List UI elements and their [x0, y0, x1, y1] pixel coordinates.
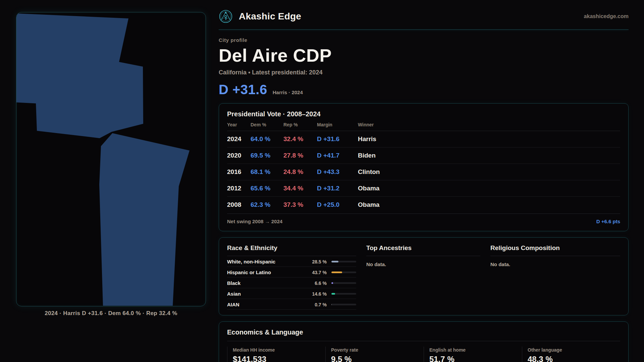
vote-cell-margin: D +31.6	[317, 135, 358, 143]
vote-cell-year: 2016	[227, 168, 251, 176]
vote-table-header: YearDem %Rep %MarginWinner	[227, 118, 620, 131]
vote-cell-winner: Clinton	[358, 168, 620, 176]
race-ethnicity-section: Race & Ethnicity White, non-Hispanic28.5…	[227, 244, 356, 310]
race-bar	[331, 272, 356, 273]
vote-cell-winner: Obama	[358, 185, 620, 192]
akashic-edge-logo-icon[interactable]	[219, 9, 233, 23]
economics-language-card: Economics & Language Median HH income$14…	[219, 321, 629, 362]
stat-value: $141,533	[233, 355, 325, 362]
stat-cell: Other language48.3 %	[522, 347, 620, 362]
vote-cell-dem: 69.5 %	[251, 152, 283, 159]
vote-col-header: Dem %	[251, 122, 283, 127]
economics-divider	[227, 341, 620, 341]
stat-label: Median HH income	[233, 347, 325, 353]
vote-col-header: Rep %	[283, 122, 317, 127]
vote-cell-rep: 32.4 %	[283, 135, 317, 143]
top-ancestries-section: Top Ancestries No data.	[366, 244, 480, 310]
page-title: Del Aire CDP	[219, 45, 629, 66]
page-subtitle: California • Latest presidential: 2024	[219, 69, 629, 76]
top-ancestries-empty: No data.	[366, 261, 480, 267]
vote-cell-margin: D +41.7	[317, 152, 358, 159]
stat-value: 51.7 %	[429, 355, 522, 362]
race-value: 0.7 %	[304, 302, 327, 307]
race-row: White, non-Hispanic28.5 %	[227, 256, 356, 267]
stat-label: English at home	[429, 347, 522, 353]
headline-margin-value: D +31.6	[219, 82, 267, 97]
vote-cell-rep: 34.4 %	[283, 185, 317, 192]
race-row: AIAN0.7 %	[227, 299, 356, 310]
vote-cell-margin: D +31.2	[317, 185, 358, 192]
economics-stats: Median HH income$141,533Poverty rate9.5 …	[227, 347, 620, 362]
vote-card-title: Presidential Vote · 2008–2024	[227, 110, 620, 118]
headline-margin-note: Harris · 2024	[273, 89, 303, 95]
vote-cell-winner: Harris	[358, 135, 620, 143]
stat-value: 48.3 %	[528, 355, 620, 362]
race-value: 14.6 %	[304, 291, 327, 297]
vote-col-header: Year	[227, 122, 251, 127]
religious-composition-title: Religious Composition	[490, 244, 620, 256]
brand-domain-link[interactable]: akashicedge.com	[584, 13, 629, 19]
vote-cell-margin: D +43.3	[317, 168, 358, 176]
page-eyebrow: City profile	[219, 37, 629, 43]
vote-table-row: 201668.1 %24.8 %D +43.3Clinton	[227, 164, 620, 180]
vote-cell-dem: 68.1 %	[251, 168, 283, 176]
stat-cell: English at home51.7 %	[424, 347, 522, 362]
city-boundary-map	[16, 12, 206, 306]
race-value: 28.5 %	[304, 259, 327, 264]
race-bar	[331, 282, 356, 284]
presidential-vote-card: Presidential Vote · 2008–2024 YearDem %R…	[219, 103, 629, 231]
map-svg	[16, 12, 206, 306]
vote-cell-year: 2012	[227, 185, 251, 192]
stat-label: Other language	[528, 347, 620, 353]
race-bar	[331, 261, 356, 262]
vote-cell-winner: Biden	[358, 152, 620, 159]
race-row: Hispanic or Latino43.7 %	[227, 267, 356, 278]
stat-cell: Poverty rate9.5 %	[325, 347, 424, 362]
header-divider	[219, 29, 629, 30]
race-label: Asian	[227, 291, 299, 297]
site-header: Akashic Edge akashicedge.com	[219, 0, 629, 29]
vote-table-row: 202069.5 %27.8 %D +41.7Biden	[227, 147, 620, 164]
vote-cell-year: 2024	[227, 135, 251, 143]
profile-panel: Akashic Edge akashicedge.com City profil…	[219, 0, 629, 362]
race-bar-fill	[331, 261, 338, 262]
map-caption: 2024 · Harris D +31.6 · Dem 64.0 % · Rep…	[16, 310, 206, 317]
stat-cell: Median HH income$141,533	[227, 347, 325, 362]
vote-table-row: 201265.6 %34.4 %D +31.2Obama	[227, 180, 620, 197]
vote-table-row: 202464.0 %32.4 %D +31.6Harris	[227, 131, 620, 147]
net-swing-value: D +6.6 pts	[596, 219, 620, 224]
vote-cell-dem: 64.0 %	[251, 135, 283, 143]
religious-composition-empty: No data.	[490, 261, 620, 267]
race-value: 43.7 %	[304, 270, 327, 275]
vote-cell-dem: 65.6 %	[251, 185, 283, 192]
vote-cell-rep: 24.8 %	[283, 168, 317, 176]
race-label: Hispanic or Latino	[227, 269, 299, 275]
vote-cell-year: 2008	[227, 201, 251, 208]
vote-col-header: Margin	[317, 122, 358, 127]
race-value: 6.6 %	[304, 281, 327, 286]
vote-table-row: 200862.3 %37.3 %D +25.0Obama	[227, 197, 620, 213]
map-shape-north	[16, 13, 143, 138]
demographics-card: Race & Ethnicity White, non-Hispanic28.5…	[219, 237, 629, 315]
stat-value: 9.5 %	[331, 355, 424, 362]
economics-card-title: Economics & Language	[227, 328, 620, 336]
net-swing-row: Net swing 2008 → 2024 D +6.6 pts	[227, 214, 620, 226]
map-shape-south	[99, 133, 190, 306]
vote-cell-year: 2020	[227, 152, 251, 159]
headline-margin-block: D +31.6 Harris · 2024	[219, 82, 629, 97]
stat-label: Poverty rate	[331, 347, 424, 353]
race-row: Black6.6 %	[227, 278, 356, 288]
vote-col-header: Winner	[358, 122, 620, 127]
vote-cell-winner: Obama	[358, 201, 620, 208]
top-ancestries-title: Top Ancestries	[366, 244, 480, 256]
vote-cell-rep: 37.3 %	[283, 201, 317, 208]
race-bar	[331, 304, 356, 305]
vote-cell-rep: 27.8 %	[283, 152, 317, 159]
vote-cell-dem: 62.3 %	[251, 201, 283, 208]
vote-cell-margin: D +25.0	[317, 201, 358, 208]
race-label: AIAN	[227, 302, 299, 307]
net-swing-label: Net swing 2008 → 2024	[227, 219, 282, 224]
race-bar-fill	[331, 293, 335, 295]
race-bar-fill	[331, 304, 332, 305]
race-rows: White, non-Hispanic28.5 %Hispanic or Lat…	[227, 256, 356, 310]
